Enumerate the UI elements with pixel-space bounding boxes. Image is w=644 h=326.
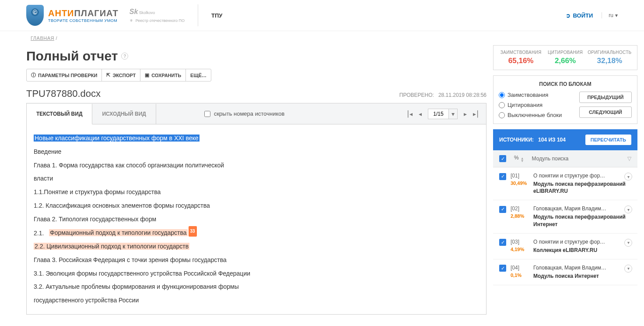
stat-borrowings: ЗАИМСТВОВАНИЯ 65,16% [499, 50, 543, 65]
more-button[interactable]: ЕЩЁ… [186, 69, 211, 81]
source-checkbox[interactable]: ✓ [499, 239, 506, 246]
expand-source-icon[interactable]: ▾ [624, 173, 632, 181]
doc-line: Новые классификации государственных форм… [34, 135, 200, 142]
partner-logos: Sk Skolkovo ⚜Реестр отечественного ПО [130, 8, 185, 23]
radio-citations[interactable]: Цитирования [499, 102, 574, 108]
funnel-icon[interactable]: ▽ [627, 156, 631, 162]
source-number-badge[interactable]: 33 [189, 226, 197, 237]
hide-source-numbers[interactable]: скрыть номера источников [204, 110, 284, 117]
column-module: Модуль поиска [532, 156, 569, 162]
doc-line: 1.1.Понятие и структура формы государств… [34, 185, 479, 199]
stats-box: ЗАИМСТВОВАНИЯ 65,16% ЦИТИРОВАНИЯ 2,66% О… [493, 45, 637, 70]
source-checkbox[interactable]: ✓ [499, 206, 506, 213]
login-icon: ➲ [566, 12, 570, 19]
source-item[interactable]: ✓ [01]30,49% О понятии и структуре форм…… [493, 167, 637, 200]
doc-line: 3.1. Эволюция формы государственного уст… [34, 267, 479, 280]
help-icon[interactable]: ? [121, 53, 128, 60]
hide-sources-checkbox[interactable] [204, 111, 210, 117]
export-icon: ⇱ [106, 72, 110, 78]
doc-line: Глава 3. Российская Федерация с точки зр… [34, 253, 479, 267]
logo-plagiat: ПЛАГИАТ [74, 8, 118, 18]
language-selector[interactable]: ru ▾ [602, 12, 618, 18]
last-page-icon[interactable]: ▸⎮ [473, 110, 479, 117]
radio-borrowings[interactable]: Заимствования [499, 92, 574, 98]
expand-source-icon[interactable]: ▾ [624, 265, 632, 273]
registry-label: Реестр отечественного ПО [136, 18, 185, 23]
source-item[interactable]: ✓ [03]4,19% О понятии и структуре форм…К… [493, 234, 637, 259]
next-page-icon[interactable]: ▸ [464, 110, 467, 117]
logo-anti: АНТИ [48, 8, 74, 18]
skolkovo-icon: Sk [130, 8, 138, 15]
breadcrumb: ГЛАВНАЯ / [0, 31, 644, 45]
logo[interactable]: АНТИПЛАГИАТ ТВОРИТЕ СОБСТВЕННЫМ УМОМ [26, 5, 119, 26]
source-item[interactable]: ✓ [04]0,1% Головацкая, Мария Владими…Мод… [493, 259, 637, 285]
prev-page-icon[interactable]: ◂ [419, 110, 422, 117]
doc-line: 1.2. Классификация основных элементов фо… [34, 199, 479, 213]
breadcrumb-home[interactable]: ГЛАВНАЯ [31, 35, 54, 41]
doc-line: Глава 2. Типология государственных форм [34, 213, 479, 226]
chevron-down-icon: ▾ [615, 12, 618, 18]
prev-block-button[interactable]: ПРЕДЫДУЩИЙ [579, 92, 632, 103]
source-checkbox[interactable]: ✓ [499, 265, 506, 272]
org-name: ТПУ [211, 12, 222, 19]
divider [198, 4, 198, 26]
block-search: ПОИСК ПО БЛОКАМ Заимствования Цитировани… [493, 75, 637, 124]
doc-line: Глава 1. Форма государства как способ ор… [34, 159, 479, 172]
save-button[interactable]: ▣СОХРАНИТЬ [140, 69, 186, 81]
doc-line: государственного устройства России [34, 294, 479, 307]
toolbar: ⓘПАРАМЕТРЫ ПРОВЕРКИ ⇱ЭКСПОРТ ▣СОХРАНИТЬ … [26, 69, 211, 82]
export-button[interactable]: ⇱ЭКСПОРТ [102, 69, 140, 81]
first-page-icon[interactable]: ⎮◂ [406, 110, 413, 117]
checked-timestamp: ПРОВЕРЕНО:28.11.2019 08:28:56 [399, 92, 486, 98]
tab-text-view[interactable]: ТЕКСТОВЫЙ ВИД [27, 104, 92, 124]
recalculate-button[interactable]: ПЕРЕСЧИТАТЬ [585, 135, 631, 145]
check-params-button[interactable]: ⓘПАРАМЕТРЫ ПРОВЕРКИ [27, 69, 102, 81]
shield-icon [26, 5, 44, 26]
doc-line: 2.2. Цивилизационный подход к типологии … [34, 240, 479, 253]
app-header: АНТИПЛАГИАТ ТВОРИТЕ СОБСТВЕННЫМ УМОМ Sk … [0, 0, 644, 31]
document-body: Новые классификации государственных форм… [27, 124, 486, 314]
doc-line: 2.1. Формационный подход к типологии гос… [34, 226, 479, 240]
expand-source-icon[interactable]: ▾ [624, 239, 632, 247]
document-panel: ТЕКСТОВЫЙ ВИД ИСХОДНЫЙ ВИД скрыть номера… [26, 103, 486, 315]
sources-header: ИСТОЧНИКИ: 104 ИЗ 104 ПЕРЕСЧИТАТЬ [493, 129, 637, 150]
pager: ⎮◂ ◂ ▾ ▸ ▸⎮ [406, 109, 486, 119]
doc-line: власти [34, 172, 479, 185]
sort-icon: ▲▼ [521, 157, 524, 163]
info-icon: ⓘ [31, 72, 36, 78]
next-block-button[interactable]: СЛЕДУЮЩИЙ [579, 106, 632, 118]
source-item[interactable]: ✓ [02]2,88% Головацкая, Мария Владими…Мо… [493, 200, 637, 233]
page-title: Полный отчет ? [26, 45, 486, 69]
stat-citations: ЦИТИРОВАНИЯ 2,66% [543, 50, 587, 65]
emblem-icon: ⚜ [130, 18, 133, 23]
source-list: ✓ [01]30,49% О понятии и структуре форм…… [493, 167, 637, 285]
sort-percent[interactable]: %▲▼ [514, 155, 524, 163]
doc-line: 3.2. Актуальные проблемы формирования и … [34, 280, 479, 294]
select-all-checkbox[interactable]: ✓ [499, 155, 506, 162]
page-dropdown[interactable]: ▾ [449, 109, 458, 119]
radio-disabled[interactable]: Выключенные блоки [499, 112, 574, 118]
page-input[interactable] [428, 109, 449, 119]
sources-filter: ✓ %▲▼ Модуль поиска ▽ [493, 150, 637, 167]
logo-subtitle: ТВОРИТЕ СОБСТВЕННЫМ УМОМ [48, 18, 119, 23]
save-icon: ▣ [145, 72, 149, 78]
login-button[interactable]: ➲ ВОЙТИ [566, 12, 593, 19]
block-search-title: ПОИСК ПО БЛОКАМ [499, 81, 632, 87]
tab-source-view[interactable]: ИСХОДНЫЙ ВИД [92, 104, 156, 124]
doc-line: Введение [34, 145, 479, 159]
filename: TPU787880.docx [26, 88, 101, 99]
source-checkbox[interactable]: ✓ [499, 173, 506, 180]
stat-originality: ОРИГИНАЛЬНОСТЬ 32,18% [588, 50, 632, 65]
